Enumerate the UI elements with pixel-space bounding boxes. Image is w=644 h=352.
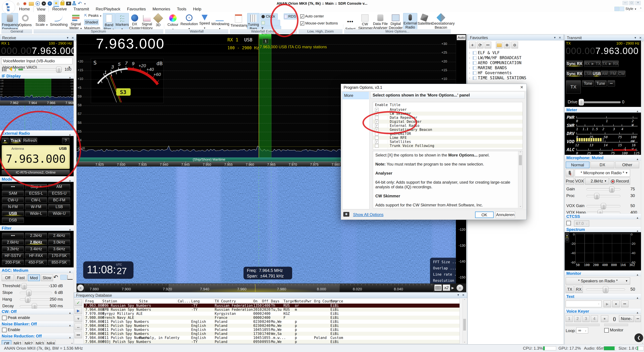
tx-ptt-button[interactable]: TX — [566, 80, 581, 93]
ext-radio-track-button[interactable]: Track — [10, 138, 22, 143]
mode-header[interactable]: Mode▲ — [0, 176, 74, 182]
tab-transmit[interactable]: Transmit — [70, 6, 92, 12]
table-row[interactable]: 7.984.000E11 Polish Spy NumbersEnglishPo… — [84, 320, 460, 324]
sync-rx-button-1[interactable]: Sync RX — [566, 61, 583, 67]
nav-zoom-button[interactable]: x2 — [443, 285, 450, 291]
filter-2-4khz[interactable]: 2.4kHz — [48, 233, 70, 238]
monitor-knob[interactable] — [603, 286, 608, 293]
mic-device-select[interactable]: * Microphone on Radio * ▼ — [575, 169, 630, 177]
filter-850-fsk[interactable]: 850-FSK — [48, 260, 70, 265]
nb-enable-checkbox[interactable]: Enable — [2, 327, 20, 332]
agc-hang-slider[interactable] — [20, 299, 52, 301]
tx-more-button[interactable]: ••• — [608, 80, 615, 86]
tuning-passband[interactable] — [259, 34, 271, 157]
auto-center-checkbox[interactable]: ✓ Auto center — [300, 14, 324, 18]
agc-header[interactable]: AGC: Medium▲ — [0, 267, 74, 273]
tx-mode-usb[interactable]: USB — [592, 71, 600, 77]
pane-menu-icon[interactable]: ▼ — [66, 35, 69, 41]
monitor-device-select[interactable]: * Speakers on Radio * ▼ — [566, 278, 630, 285]
text-input[interactable]: ⌄ — [566, 301, 602, 307]
panel-scroll-down-icon[interactable]: ⌄ — [70, 341, 74, 345]
text-header[interactable]: Text▲ — [565, 294, 641, 299]
fdb-column-header[interactable]: TX Country — [215, 299, 236, 303]
tx-proc-slider[interactable] — [586, 195, 620, 197]
pane-menu-icon[interactable]: ▼ — [457, 293, 460, 298]
cw-header[interactable]: CW: Off▲ — [0, 309, 74, 314]
audio-device-select[interactable]: VoiceMeeter Input (VB-Audio VoiceMeeter … — [1, 58, 72, 64]
nav-bar[interactable]: 7.8807.9007.9207.9407.9607.9808.0008.020… — [84, 284, 434, 292]
text-play-button[interactable]: ▶ — [604, 301, 611, 307]
ribbon-rds-button[interactable]: RDS — [284, 13, 296, 19]
ext-radio-refresh-button[interactable]: Refresh — [23, 138, 37, 143]
filter-3-6khz[interactable]: 3.6kHz — [48, 246, 70, 252]
pane-menu-icon[interactable]: ▼ — [554, 35, 556, 40]
if-waterfall[interactable] — [0, 105, 74, 130]
tx-to-rx-button[interactable]: TX ► RX — [602, 61, 619, 67]
mode-dsb[interactable]: DSB — [2, 217, 24, 223]
tx-mode-am[interactable]: AM — [601, 71, 608, 77]
maximize-icon[interactable]: ▢ — [629, 1, 634, 5]
favourites-item[interactable]: ›LW/MW/HF BROADCAST — [469, 55, 563, 60]
fav-zoom-in-icon[interactable]: ⊕ — [504, 42, 510, 48]
ext-radio-help-button[interactable]: ? — [62, 138, 70, 143]
option-checkbox[interactable]: ✓ — [375, 108, 378, 111]
fdb-column-header[interactable]: Cal... — [178, 299, 190, 303]
tx-mode-lsb[interactable]: LSB — [584, 71, 592, 77]
pane-close-icon[interactable]: ✕ — [72, 35, 74, 41]
transmit-scrollbar[interactable]: ⌃ ⌄ — [641, 40, 644, 345]
collapse-icon[interactable]: ▲ — [636, 310, 639, 316]
filter-2-6khz[interactable]: 2.6kHz — [2, 240, 24, 245]
qat-record-icon[interactable]: ■ — [42, 1, 46, 6]
agc-med[interactable]: Med — [28, 274, 40, 281]
pane-menu-icon[interactable]: ▼ — [634, 35, 636, 41]
filter-170-fsk[interactable]: 170-FSK — [48, 253, 70, 258]
dialog-option-row[interactable]: ✓CW Skimmer — [373, 112, 522, 116]
dialog-option-row[interactable]: ✓External Radio — [373, 124, 522, 128]
filter-450-fsk[interactable]: 450-FSK — [25, 260, 47, 265]
qat-folder-icon[interactable] — [29, 2, 34, 6]
agc-slope-slider[interactable] — [20, 292, 52, 294]
tx-spec-toggle-a[interactable]: ● — [565, 233, 569, 238]
auto-scale-button[interactable]: Auto — [457, 35, 466, 40]
fdb-column-header[interactable]: Site — [139, 299, 148, 303]
tx-spectrum-header[interactable]: Spectrum▲ — [565, 227, 641, 232]
external-radio-header[interactable]: External Radio▲ — [0, 130, 74, 136]
collapse-icon[interactable]: ▲ — [636, 156, 639, 162]
qat-favourite-star-icon[interactable]: ★ — [53, 0, 59, 7]
tab-receive[interactable]: Receive — [49, 6, 70, 12]
option-checkbox[interactable]: ✓ — [375, 128, 378, 131]
mic-dx[interactable]: DX — [590, 161, 614, 168]
agc-threshold-slider[interactable] — [20, 285, 52, 287]
text-more-button[interactable]: ••• — [621, 301, 628, 307]
mode-wide-l[interactable]: Wide-L — [25, 211, 47, 216]
dialog-option-row[interactable]: ✓Satellites — [373, 140, 522, 144]
fdb-filter-icon[interactable]: ▼ — [75, 316, 82, 322]
dialog-option-row[interactable]: go2MONITOR — [373, 132, 522, 136]
qat-add-icon[interactable]: + — [48, 1, 52, 6]
collapse-icon[interactable]: ▲ — [636, 272, 639, 278]
rx-to-tx-button[interactable]: RX ► TX — [584, 61, 601, 67]
ctcss-header[interactable]: CTCSS▲ — [565, 213, 641, 219]
mic-normal[interactable]: Normal — [566, 161, 590, 168]
pane-close-icon[interactable]: ✕ — [462, 293, 464, 298]
option-checkbox[interactable] — [375, 144, 378, 148]
vk-more-button[interactable]: ••• — [635, 315, 641, 322]
vk-key-1[interactable]: 1 — [566, 315, 573, 322]
table-row[interactable]: 7.984.000F03j Polish Spy Numbers-TYPolan… — [84, 340, 460, 344]
mode-n-fm[interactable]: N-FM — [2, 204, 24, 209]
ribbon-peaks-button[interactable]: ⇱ Peaks ▼ — [84, 13, 102, 19]
table-row[interactable]: 7.984.000E11 Polish Spy NumbersEnglishPo… — [84, 332, 460, 336]
volume-slider[interactable] — [18, 68, 62, 70]
option-checkbox[interactable]: ✓ — [375, 124, 378, 127]
collapse-icon[interactable]: ▲ — [68, 323, 71, 328]
table-row[interactable]: 7.970.000Kyrgyz Military ALEKyrgyzstan00… — [84, 312, 460, 316]
fdb-column-header[interactable]: Station — [102, 299, 117, 303]
mode-lsb[interactable]: LSB — [48, 204, 70, 209]
mode-w-fm[interactable]: W-FM — [25, 204, 47, 209]
rx-frequency-display[interactable]: RX 1 100 - 2900 Hz 000.007.963.000 — [0, 40, 74, 56]
dialog-option-row[interactable]: ✓Geostationary Beacon — [373, 128, 522, 132]
proc-button[interactable]: Proc — [566, 178, 574, 185]
tx-mode-cw[interactable]: CW — [618, 71, 626, 77]
tx-spec-toggle-b[interactable]: ○ — [565, 238, 569, 242]
if-display-header[interactable]: IF Display▲ — [0, 73, 74, 79]
